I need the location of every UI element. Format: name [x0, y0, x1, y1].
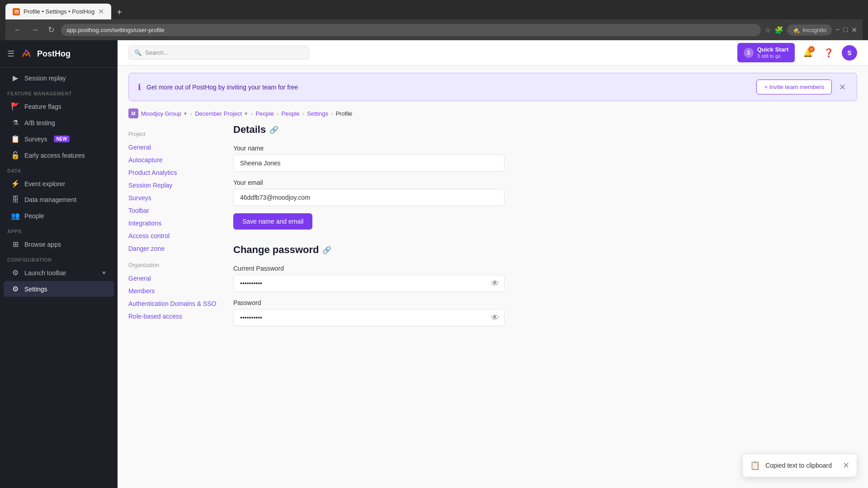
current-password-wrapper: 👁 [233, 275, 505, 292]
incognito-label: Incognito [802, 27, 826, 33]
breadcrumb-people-1[interactable]: People [255, 110, 274, 117]
sidebar-item-data-management[interactable]: 🗄 Data management [4, 192, 114, 207]
breadcrumb-moodjoy[interactable]: Moodjoy Group ▼ [141, 110, 188, 117]
people-icon: 👥 [11, 211, 20, 220]
sidebar-item-browse-apps[interactable]: ⊞ Browse apps [4, 236, 114, 252]
feature-management-label: FEATURE MANAGEMENT [0, 86, 118, 98]
close-window-button[interactable]: ✕ [851, 26, 857, 34]
sidebar-item-settings[interactable]: ⚙ Settings [4, 281, 114, 297]
sidebar-item-label: Settings [24, 286, 47, 293]
name-input[interactable] [233, 155, 505, 172]
sidebar-item-launch-toolbar[interactable]: ⚙ Launch toolbar ▼ [4, 265, 114, 281]
bookmark-button[interactable]: ☆ [764, 26, 771, 34]
menu-icon[interactable]: ☰ [7, 49, 14, 59]
nav-access-control[interactable]: Access control [128, 230, 219, 242]
nav-product-analytics[interactable]: Product Analytics [128, 166, 219, 179]
org-section-label: Organization [128, 262, 219, 268]
user-avatar-button[interactable]: S [842, 45, 857, 61]
nav-members[interactable]: Members [128, 285, 219, 297]
invite-banner: ℹ Get more out of PostHog by inviting yo… [128, 73, 857, 101]
notification-badge: 0 [808, 46, 815, 52]
help-button[interactable]: ❓ [821, 45, 836, 61]
breadcrumb-project[interactable]: December Project ▼ [195, 110, 248, 117]
incognito-button[interactable]: 🕵 Incognito [787, 24, 832, 36]
reload-button[interactable]: ↻ [45, 23, 57, 37]
incognito-icon: 🕵 [793, 27, 800, 33]
sidebar-item-people[interactable]: 👥 People [4, 208, 114, 224]
sidebar-item-surveys[interactable]: 📋 Surveys NEW [4, 131, 114, 147]
banner-text: Get more out of PostHog by inviting your… [146, 84, 751, 91]
forward-button[interactable]: → [28, 23, 42, 37]
sidebar-item-label: Surveys [24, 136, 47, 143]
new-tab-button[interactable]: + [113, 5, 126, 19]
toggle-password-button[interactable]: 👁 [491, 313, 499, 323]
email-input[interactable] [233, 189, 505, 206]
search-bar[interactable]: 🔍 Search... [128, 46, 309, 60]
nav-surveys[interactable]: Surveys [128, 192, 219, 204]
change-password-title-text: Change password [233, 244, 319, 256]
sidebar-item-event-explorer[interactable]: ⚡ Event explorer [4, 176, 114, 192]
posthog-logo[interactable]: PostHog [19, 47, 71, 61]
sidebar-item-feature-flags[interactable]: 🚩 Feature flags [4, 99, 114, 114]
svg-rect-0 [19, 47, 33, 61]
sidebar-item-label: Session replay [24, 75, 66, 82]
nav-auth-domains[interactable]: Authentication Domains & SSO [128, 297, 219, 310]
breadcrumb: M Moodjoy Group ▼ › December Project ▼ ›… [118, 105, 868, 124]
launch-toolbar-arrow: ▼ [101, 270, 107, 276]
quickstart-button[interactable]: 3 Quick Start 3 still to go [737, 43, 795, 62]
browse-apps-icon: ⊞ [11, 240, 20, 249]
nav-danger-zone[interactable]: Danger zone [128, 242, 219, 255]
nav-autocapture[interactable]: Autocapture [128, 154, 219, 166]
back-button[interactable]: ← [11, 23, 24, 37]
posthog-logo-icon [19, 47, 33, 61]
search-placeholder: Search... [145, 49, 169, 56]
maximize-button[interactable]: □ [843, 26, 848, 34]
invite-team-button[interactable]: + Invite team members [756, 80, 832, 94]
nav-org-general[interactable]: General [128, 272, 219, 285]
sidebar-item-label: A/B testing [24, 119, 55, 127]
main-content: 🔍 Search... 3 Quick Start 3 still to go … [118, 40, 868, 488]
nav-integrations[interactable]: Integrations [128, 217, 219, 230]
address-bar[interactable] [61, 24, 761, 36]
breadcrumb-sep-2: › [251, 110, 253, 117]
banner-info-icon: ℹ [138, 82, 141, 92]
browser-tabs: 🐷 Profile • Settings • PostHog ✕ + [5, 4, 863, 19]
quickstart-count: 3 [744, 48, 754, 58]
nav-role-access[interactable]: Role-based access [128, 310, 219, 323]
details-title-text: Details [233, 124, 266, 136]
breadcrumb-settings[interactable]: Settings [307, 110, 328, 117]
breadcrumb-moodjoy-label: Moodjoy Group [141, 110, 181, 117]
password-input[interactable] [233, 309, 505, 326]
breadcrumb-sep-3: › [277, 110, 278, 117]
sidebar-item-ab-testing[interactable]: ⚗ A/B testing [4, 115, 114, 131]
sidebar-item-early-access[interactable]: 🔓 Early access features [4, 147, 114, 163]
current-password-label: Current Password [233, 265, 505, 272]
active-tab[interactable]: 🐷 Profile • Settings • PostHog ✕ [5, 4, 111, 19]
nav-session-replay[interactable]: Session Replay [128, 179, 219, 192]
banner-close-button[interactable]: ✕ [837, 80, 848, 94]
sidebar-item-label: People [24, 212, 44, 220]
notifications-button[interactable]: 🔔 0 [800, 45, 816, 61]
sidebar-item-label: Early access features [24, 152, 85, 159]
save-name-email-button[interactable]: Save name and email [233, 213, 312, 230]
current-password-input[interactable] [233, 275, 505, 292]
toast-icon: 📋 [750, 460, 760, 470]
extensions-button[interactable]: 🧩 [774, 26, 783, 34]
surveys-icon: 📋 [11, 135, 20, 143]
toast-close-button[interactable]: ✕ [843, 460, 849, 470]
tab-close-button[interactable]: ✕ [98, 7, 104, 16]
early-access-icon: 🔓 [11, 151, 20, 160]
app: ☰ PostHog ▶ Session replay FEATURE MANAG… [0, 40, 868, 488]
details-link-icon[interactable]: 🔗 [269, 126, 278, 134]
sidebar-item-session-replay[interactable]: ▶ Session replay [4, 70, 114, 86]
toggle-current-password-button[interactable]: 👁 [491, 279, 499, 288]
minimize-button[interactable]: − [835, 26, 840, 34]
password-wrapper: 👁 [233, 309, 505, 326]
ab-testing-icon: ⚗ [11, 118, 20, 127]
change-password-link-icon[interactable]: 🔗 [322, 246, 331, 254]
breadcrumb-people-2[interactable]: People [281, 110, 299, 117]
nav-general[interactable]: General [128, 141, 219, 154]
nav-toolbar[interactable]: Toolbar [128, 204, 219, 217]
breadcrumb-sep-5: › [331, 110, 333, 117]
data-management-icon: 🗄 [11, 196, 20, 204]
